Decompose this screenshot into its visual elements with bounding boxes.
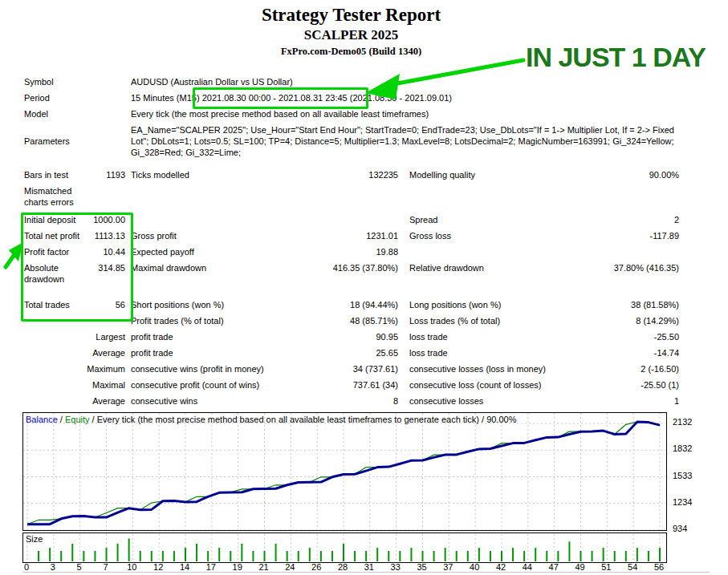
stats-cell: consecutive loss (count of losses) — [401, 379, 574, 395]
x-axis-label: 40 — [465, 562, 484, 572]
x-axis-label: 26 — [307, 562, 326, 572]
lot-size-chart — [22, 532, 667, 563]
stats-cell: Relative drawdown — [401, 262, 574, 299]
stats-row: Absolute drawdown314.85Maximal drawdown4… — [22, 262, 682, 299]
stats-body: Bars in test1193Ticks modelled132235Mode… — [22, 169, 682, 411]
stats-cell: 1231.01 — [295, 230, 401, 246]
stats-row: Maximalconsecutive profit (count of wins… — [22, 379, 682, 395]
stats-cell: -25.50 — [574, 331, 682, 347]
stats-arrow-shaft — [6, 253, 15, 267]
stats-row: Profit factor10.44Expected payoff19.88 — [22, 246, 682, 262]
x-axis-label: 47 — [544, 562, 563, 572]
stats-cell: 38 (81.58%) — [574, 299, 682, 315]
stats-row: Total net profit1113.13Gross profit1231.… — [22, 230, 682, 246]
chart-legend: Balance / Equity / Every tick (the most … — [26, 415, 516, 424]
stats-cell — [127, 214, 295, 230]
stats-cell: -14.74 — [574, 347, 682, 363]
period-value: 15 Minutes (M15) 2021.08.30 00:00 - 2021… — [127, 92, 682, 108]
stats-cell: 416.35 (37.80%) — [295, 262, 401, 299]
stats-cell: Modelling quality — [401, 169, 574, 185]
stats-cell: Maximum — [22, 363, 127, 379]
stats-cell — [574, 185, 682, 214]
x-axis-label: 51 — [596, 562, 616, 572]
x-axis-label: 17 — [201, 562, 221, 572]
stats-row: Mismatched charts errors — [22, 185, 682, 214]
balance-equity-chart — [22, 412, 667, 531]
stats-cell: 37.80% (416.35) — [574, 262, 682, 299]
stats-cell: 34 (737.61) — [295, 363, 401, 379]
stats-cell: 90.95 — [295, 331, 401, 347]
parameters-row: Parameters EA_Name="SCALPER 2025"; Use_H… — [22, 124, 682, 169]
ea-name: SCALPER 2025 — [0, 27, 702, 43]
model-label: Model — [22, 108, 90, 124]
stats-cell: Gross profit — [127, 230, 295, 246]
stats-cell: Mismatched charts errors — [22, 185, 90, 214]
x-axis-label: 56 — [649, 562, 669, 572]
stats-cell — [401, 185, 574, 214]
stats-cell: profit trade — [127, 347, 295, 363]
stats-cell — [574, 246, 682, 262]
symbol-label: Symbol — [22, 76, 90, 92]
stats-cell: Average — [22, 347, 127, 363]
stats-cell: 1000.00 — [90, 214, 127, 230]
stats-row: Bars in test1193Ticks modelled132235Mode… — [22, 169, 682, 185]
stats-cell: 2 — [574, 214, 682, 230]
stats-cell: Largest — [22, 331, 127, 347]
x-axis-label: 24 — [280, 562, 299, 572]
period-timeframe: 15 Minutes (M15) — [131, 93, 202, 103]
stats-cell: -117.89 — [574, 230, 682, 246]
x-axis-label: 21 — [254, 562, 274, 572]
x-axis-label: 5 — [70, 562, 89, 572]
stats-cell: 1193 — [90, 169, 127, 185]
stats-cell: Long positions (won %) — [401, 299, 574, 315]
model-row: Model Every tick (the most precise metho… — [22, 108, 682, 124]
x-axis-label: 31 — [360, 562, 379, 572]
legend-equity: Equity — [65, 415, 90, 424]
stats-cell: 737.61 (34) — [295, 379, 401, 395]
legend-separator: / — [58, 415, 65, 424]
stats-cell: consecutive wins (profit in money) — [127, 363, 295, 379]
stats-cell: Average — [22, 395, 127, 411]
stats-row: Averageprofit trade25.65loss trade-14.74 — [22, 347, 682, 363]
period-highlighted-dates: 2021.08.30 00:00 - 2021.08.31 23:45 — [202, 93, 348, 103]
x-axis-label: 14 — [175, 562, 194, 572]
stats-cell — [295, 214, 401, 230]
stats-cell: 19.88 — [295, 246, 401, 262]
stats-cell — [90, 185, 127, 214]
stats-cell: Maximal drawdown — [127, 262, 295, 299]
x-axis-label: 28 — [333, 562, 352, 572]
x-axis-label: 42 — [491, 562, 510, 572]
report-table: Symbol AUDUSD (Australian Dollar vs US D… — [22, 76, 682, 411]
y-axis-label: 1832 — [673, 443, 705, 453]
stats-cell: 48 (85.71%) — [295, 315, 401, 331]
stats-cell: Absolute drawdown — [22, 262, 90, 299]
stats-cell: Ticks modelled — [127, 169, 295, 185]
y-axis-label: 1533 — [673, 471, 705, 480]
x-axis-label: 44 — [518, 562, 537, 572]
stats-cell — [22, 315, 90, 331]
in-just-1-day-banner: IN JUST 1 DAY — [526, 42, 726, 73]
stats-cell: -25.50 (1) — [574, 379, 682, 395]
symbol-value: AUDUSD (Australian Dollar vs US Dollar) — [127, 76, 682, 92]
period-label: Period — [22, 92, 90, 108]
stats-row: Profit trades (% of total)48 (85.71%)Los… — [22, 315, 682, 331]
stats-row: Total trades56Short positions (won %)18 … — [22, 299, 682, 315]
stats-cell — [90, 315, 127, 331]
legend-separator: / — [90, 415, 97, 424]
page-title: Strategy Tester Report — [0, 5, 702, 26]
bottom-divider — [22, 572, 710, 573]
stats-cell: Initial deposit — [22, 214, 90, 230]
stats-cell: 10.44 — [90, 246, 127, 262]
stats-cell: 8 — [295, 395, 401, 411]
x-axis-label: 10 — [122, 562, 141, 572]
y-axis-label: 1234 — [673, 497, 705, 507]
x-axis-label: 12 — [148, 562, 168, 572]
stats-cell: 8 (14.29%) — [574, 315, 682, 331]
x-axis-label: 33 — [386, 562, 405, 572]
stats-cell — [401, 246, 574, 262]
stats-cell: Total trades — [22, 299, 90, 315]
stats-cell: Gross loss — [401, 230, 574, 246]
stats-cell: consecutive losses (loss in money) — [401, 363, 574, 379]
stats-cell: Bars in test — [22, 169, 90, 185]
stats-cell: Short positions (won %) — [127, 299, 295, 315]
